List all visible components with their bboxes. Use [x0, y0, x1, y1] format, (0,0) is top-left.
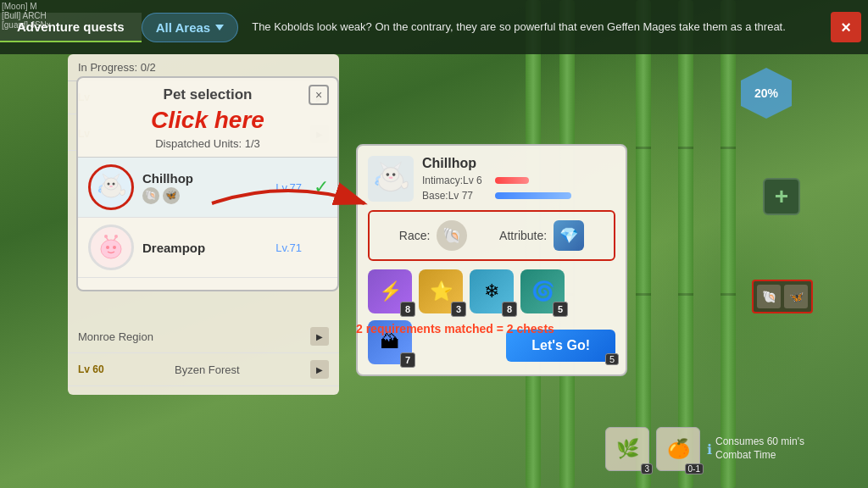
race-attribute-box: Race: 🐚 Attribute: 💎: [368, 210, 615, 261]
dreampop-avatar: [88, 225, 134, 270]
skill-item-1[interactable]: ⚡ 8: [368, 269, 412, 313]
app-info: [Moon] M [Bull] ARCH [guard] JSNx: [2, 2, 51, 30]
top-bar: Adventure quests All Areas The Kobolds l…: [0, 0, 868, 54]
chillhop-icon-1: 🐚: [142, 187, 159, 204]
intimacy-bar: [495, 177, 529, 184]
quest-item-monroe[interactable]: Monroe Region ▶: [68, 320, 339, 353]
skill-badge-1: 8: [400, 302, 415, 317]
svg-point-16: [382, 168, 399, 182]
svg-point-8: [106, 246, 109, 249]
bottom-right-items: 🌿 3 🍊 0-1 ℹ Consumes 60 min's Combat Tim…: [605, 427, 817, 471]
click-here-label: Click here: [78, 107, 337, 136]
race-icon: 🐚: [437, 220, 467, 251]
base-stat: Base:Lv 77: [422, 190, 571, 202]
pet-item-dreampop[interactable]: Dreampop Lv.71: [78, 218, 337, 278]
bottom-item-plant: 🌿 3: [605, 427, 649, 471]
attribute-icon: 💎: [554, 220, 584, 251]
detail-pet-avatar: [368, 156, 414, 202]
close-notice-button[interactable]: ×: [831, 12, 861, 42]
pet-panel-close-button[interactable]: ×: [309, 85, 329, 105]
chillhop-name: Chillhop: [142, 171, 275, 186]
skill-badge-2: 3: [451, 302, 466, 317]
chillhop-icons: 🐚 🦋: [142, 187, 275, 204]
byzen-level: Lv 60: [78, 363, 104, 375]
consume-text: Consumes 60 min's Combat Time: [715, 435, 817, 462]
right-pet-icon-2: 🦋: [784, 285, 808, 308]
svg-point-20: [392, 173, 396, 176]
byzen-action[interactable]: ▶: [310, 360, 329, 379]
dispatched-label: Dispatched Units: 1/3: [78, 136, 337, 158]
chillhop-level: Lv.77: [275, 181, 302, 194]
race-item: Race: 🐚: [399, 220, 468, 251]
quest-item-byzen[interactable]: Lv 60 Byzen Forest ▶: [68, 353, 339, 386]
skill-badge-4: 5: [553, 302, 568, 317]
svg-point-1: [104, 178, 118, 190]
intimacy-label: Intimacy:Lv 6: [422, 175, 490, 186]
svg-point-5: [113, 183, 115, 186]
right-pet-icon-1: 🐚: [757, 285, 781, 308]
skill-item-4[interactable]: 🌀 5: [520, 269, 565, 313]
requirements-text: 2 requirements matched = 2 chests: [356, 322, 554, 336]
svg-point-7: [101, 240, 121, 258]
bamboo-deco4: [678, 0, 693, 488]
skill-item-3[interactable]: ❄ 8: [470, 269, 514, 313]
monroe-action[interactable]: ▶: [310, 327, 329, 346]
skills-row-1: ⚡ 8 ⭐ 3 ❄ 8 🌀 5: [368, 269, 615, 313]
detail-pet-stats: Chillhop Intimacy:Lv 6 Base:Lv 77: [422, 156, 571, 202]
consume-info: ℹ Consumes 60 min's Combat Time: [707, 435, 817, 462]
skill-badge-5: 7: [400, 352, 415, 368]
plant-badge: 3: [641, 463, 653, 474]
bamboo-deco3: [636, 0, 651, 488]
all-areas-label: All Areas: [156, 20, 210, 35]
info-icon: ℹ: [707, 441, 712, 458]
chevron-down-icon: [215, 25, 224, 30]
all-areas-button[interactable]: All Areas: [142, 13, 238, 42]
quest-notice: The Kobolds look weak? On the contrary, …: [238, 13, 831, 42]
svg-point-13: [114, 235, 118, 238]
chillhop-info: Chillhop 🐚 🦋: [142, 171, 275, 204]
orange-badge: 0-1: [685, 463, 704, 474]
svg-point-21: [389, 177, 393, 179]
plus-button[interactable]: +: [763, 178, 800, 215]
dreampop-level: Lv.71: [275, 241, 302, 254]
dreampop-info: Dreampop: [142, 241, 275, 255]
base-label: Base:Lv 77: [422, 190, 490, 202]
svg-point-11: [104, 235, 108, 238]
svg-point-9: [113, 246, 116, 249]
pet-panel-header: Pet selection ×: [78, 78, 337, 107]
detail-panel: Chillhop Intimacy:Lv 6 Base:Lv 77 Race: …: [356, 144, 627, 376]
skill-badge-3: 8: [502, 302, 517, 317]
attribute-label: Attribute:: [499, 229, 547, 242]
bottom-item-orange: 🍊 0-1: [656, 427, 700, 471]
svg-point-19: [387, 173, 390, 176]
detail-pet-name: Chillhop: [422, 156, 571, 171]
race-label: Race:: [399, 229, 431, 242]
dreampop-name: Dreampop: [142, 241, 275, 255]
right-pet-icons-box: 🐚 🦋: [752, 280, 813, 313]
monroe-region-label: Monroe Region: [78, 330, 153, 343]
svg-point-4: [108, 183, 110, 186]
chillhop-check-icon: ✓: [314, 176, 329, 198]
lets-go-badge: 5: [605, 353, 619, 365]
attribute-item: Attribute: 💎: [499, 220, 584, 251]
chillhop-icon-2: 🦋: [163, 187, 180, 204]
bamboo-deco5: [721, 0, 736, 488]
svg-point-6: [109, 186, 113, 187]
byzen-region: Byzen Forest: [175, 363, 240, 376]
chillhop-avatar: [88, 164, 134, 210]
pet-panel-title: Pet selection: [164, 86, 253, 103]
base-bar: [495, 192, 571, 199]
intimacy-stat: Intimacy:Lv 6: [422, 175, 571, 186]
pet-selection-panel: Pet selection × Click here Dispatched Un…: [76, 76, 339, 291]
detail-pet-header: Chillhop Intimacy:Lv 6 Base:Lv 77: [368, 156, 615, 202]
pet-item-chillhop[interactable]: Chillhop 🐚 🦋 Lv.77 ✓: [78, 158, 337, 218]
skill-item-2[interactable]: ⭐ 3: [419, 269, 463, 313]
